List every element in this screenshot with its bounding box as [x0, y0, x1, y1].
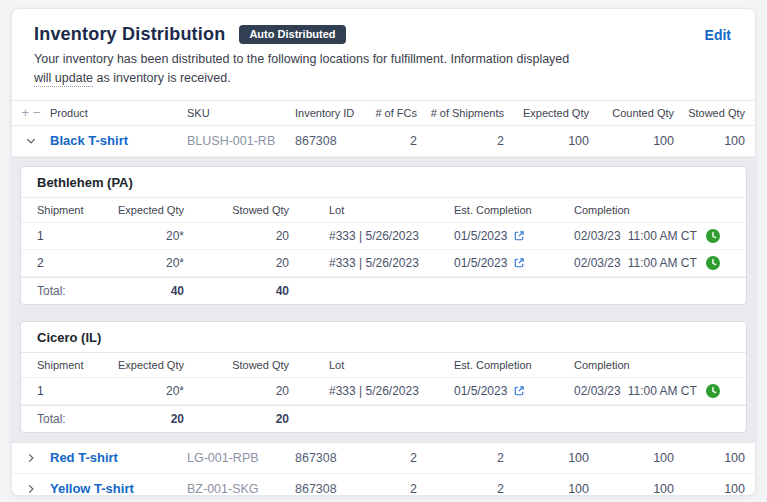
loc-col-shipment: Shipment	[37, 204, 97, 216]
table-row-black-tshirt[interactable]: Black T-shirt BLUSH-001-RB 867308 2 2 10…	[12, 126, 755, 157]
shipments-cell: 2	[417, 451, 504, 465]
shipment-stowed-qty: 20	[184, 384, 289, 398]
expand-all-icon[interactable]: +	[21, 105, 29, 120]
completion-cell: 02/03/23 11:00 AM CT	[574, 256, 730, 270]
est-completion-link[interactable]: 01/5/2023	[454, 384, 574, 398]
chevron-right-icon[interactable]	[25, 452, 37, 464]
loc-col-expected-qty: Expected Qty	[97, 204, 184, 216]
table-row-yellow-tshirt[interactable]: Yellow T-shirt BZ-001-SKG 867308 2 2 100…	[12, 474, 755, 496]
auto-distributed-badge: Auto Distributed	[239, 25, 345, 44]
shipment-lot: #333 | 5/26/2023	[289, 256, 454, 270]
shipment-lot: #333 | 5/26/2023	[289, 384, 454, 398]
row-expander[interactable]	[12, 135, 50, 147]
expected-qty-cell: 100	[504, 134, 589, 148]
est-completion-link[interactable]: 01/5/2023	[454, 229, 574, 243]
counted-qty-cell: 100	[589, 482, 674, 496]
shipment-stowed-qty: 20	[184, 229, 289, 243]
loc-col-completion: Completion	[574, 359, 730, 371]
location-card-bethlehem: Bethlehem (PA) Shipment Expected Qty Sto…	[20, 166, 747, 305]
table-row-red-tshirt[interactable]: Red T-shirt LG-001-RPB 867308 2 2 100 10…	[12, 443, 755, 474]
expected-qty-cell: 100	[504, 451, 589, 465]
completion-cell: 02/03/23 11:00 AM CT	[574, 384, 730, 398]
location-total-row: Total: 20 20	[21, 405, 746, 432]
stowed-qty-cell: 100	[674, 451, 745, 465]
row-expander[interactable]	[12, 483, 50, 495]
edit-button[interactable]: Edit	[705, 27, 731, 43]
page-title: Inventory Distribution	[34, 24, 225, 45]
shipments-cell: 2	[417, 482, 504, 496]
inventory-distribution-card: Inventory Distribution Auto Distributed …	[11, 8, 756, 496]
est-completion-date[interactable]: 01/5/2023	[454, 256, 507, 270]
chevron-down-icon[interactable]	[25, 135, 37, 147]
shipment-number: 1	[37, 384, 97, 398]
fcs-cell: 2	[365, 134, 417, 148]
clock-icon	[706, 256, 720, 270]
inventory-id-cell: 867308	[295, 134, 365, 148]
shipment-expected-qty: 20*	[97, 256, 184, 270]
shipment-number: 2	[37, 256, 97, 270]
loc-col-lot: Lot	[289, 204, 454, 216]
sku-cell: LG-001-RPB	[187, 451, 295, 465]
will-update-underlined-text: will update	[34, 71, 93, 87]
description-text-before: Your inventory has been distributed to t…	[34, 52, 569, 66]
loc-col-est-completion: Est. Completion	[454, 359, 574, 371]
total-label: Total:	[37, 284, 97, 298]
shipment-stowed-qty: 20	[184, 256, 289, 270]
product-link[interactable]: Red T-shirt	[50, 450, 187, 465]
completion-time: 11:00 AM CT	[628, 229, 697, 243]
column-header-product: Product	[50, 107, 187, 119]
column-header-sku: SKU	[187, 107, 295, 119]
est-completion-link[interactable]: 01/5/2023	[454, 256, 574, 270]
expander-header-cell: + −	[12, 105, 50, 120]
row-expander[interactable]	[12, 452, 50, 464]
loc-col-shipment: Shipment	[37, 359, 97, 371]
column-header-expected-qty: Expected Qty	[504, 107, 589, 119]
location-total-row: Total: 40 40	[21, 277, 746, 304]
product-link[interactable]: Yellow T-shirt	[50, 481, 187, 496]
shipments-cell: 2	[417, 134, 504, 148]
location-table-header: Shipment Expected Qty Stowed Qty Lot Est…	[21, 353, 746, 378]
sku-cell: BZ-001-SKG	[187, 482, 295, 496]
product-link[interactable]: Black T-shirt	[50, 133, 187, 148]
external-link-icon[interactable]	[513, 257, 525, 269]
column-header-stowed-qty: Stowed Qty	[674, 107, 745, 119]
total-stowed-qty: 20	[184, 412, 289, 426]
loc-col-est-completion: Est. Completion	[454, 204, 574, 216]
loc-col-expected-qty: Expected Qty	[97, 359, 184, 371]
total-expected-qty: 20	[97, 412, 184, 426]
completion-cell: 02/03/23 11:00 AM CT	[574, 229, 730, 243]
column-header-shipments: # of Shipments	[417, 107, 504, 119]
location-title: Bethlehem (PA)	[21, 167, 746, 198]
expanded-locations-panel: Bethlehem (PA) Shipment Expected Qty Sto…	[12, 157, 755, 443]
est-completion-date[interactable]: 01/5/2023	[454, 384, 507, 398]
collapse-all-icon[interactable]: −	[33, 105, 41, 120]
external-link-icon[interactable]	[513, 230, 525, 242]
location-title: Cicero (IL)	[21, 322, 746, 353]
loc-col-lot: Lot	[289, 359, 454, 371]
completion-date: 02/03/23	[574, 384, 621, 398]
shipment-row: 1 20* 20 #333 | 5/26/2023 01/5/2023 02/0…	[21, 223, 746, 250]
column-header-fcs: # of FCs	[365, 107, 417, 119]
counted-qty-cell: 100	[589, 134, 674, 148]
completion-time: 11:00 AM CT	[628, 256, 697, 270]
total-label: Total:	[37, 412, 97, 426]
loc-col-stowed-qty: Stowed Qty	[184, 204, 289, 216]
loc-col-stowed-qty: Stowed Qty	[184, 359, 289, 371]
sku-cell: BLUSH-001-RB	[187, 134, 295, 148]
description-text-after: as inventory is received.	[93, 71, 231, 85]
est-completion-date[interactable]: 01/5/2023	[454, 229, 507, 243]
chevron-right-icon[interactable]	[25, 483, 37, 495]
expected-qty-cell: 100	[504, 482, 589, 496]
location-table-header: Shipment Expected Qty Stowed Qty Lot Est…	[21, 198, 746, 223]
completion-time: 11:00 AM CT	[628, 384, 697, 398]
total-expected-qty: 40	[97, 284, 184, 298]
shipment-expected-qty: 20*	[97, 384, 184, 398]
shipment-expected-qty: 20*	[97, 229, 184, 243]
shipment-row: 2 20* 20 #333 | 5/26/2023 01/5/2023 02/0…	[21, 250, 746, 277]
counted-qty-cell: 100	[589, 451, 674, 465]
external-link-icon[interactable]	[513, 385, 525, 397]
clock-icon	[706, 384, 720, 398]
column-header-counted-qty: Counted Qty	[589, 107, 674, 119]
clock-icon	[706, 229, 720, 243]
completion-date: 02/03/23	[574, 229, 621, 243]
